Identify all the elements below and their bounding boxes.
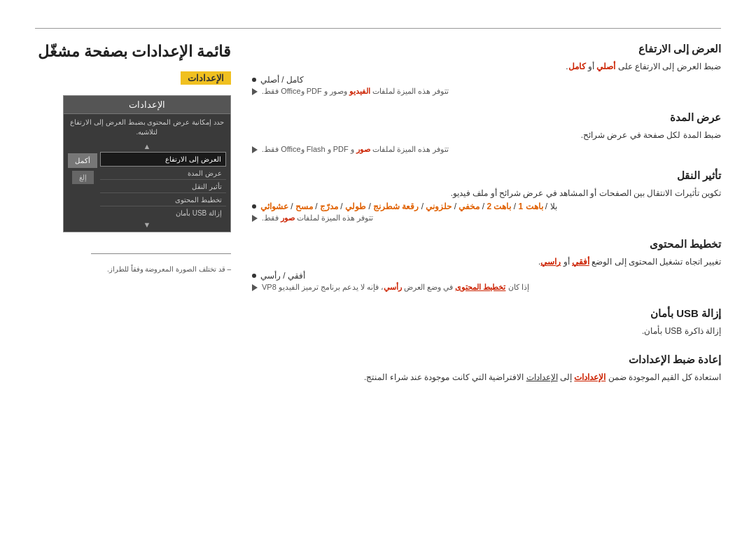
settings-item-usb[interactable]: إزالة USB بأمان (100, 207, 226, 219)
highlight-images: صور (356, 145, 370, 153)
highlight-random: عشوائي (260, 202, 288, 211)
section-usb: إزالة USB بأمان إزالة ذاكرة USB بأمان. (252, 307, 721, 338)
bullet-layout: أفقي / رأسي (252, 271, 707, 281)
bullet-transition: بلا / باهت 1 / باهت 2 / مخفي / حلزوني / … (252, 202, 707, 211)
highlight-layout-content: تخطيط المحتوى (455, 283, 505, 291)
page-title: قائمة الإعدادات بصفحة مشغّل (35, 43, 231, 61)
highlight-video: الفيديو (349, 87, 370, 95)
highlight-spiral: حلزوني (426, 202, 451, 211)
highlight-vertical-2: رأسي (384, 283, 402, 291)
note-display-ratio: تتوفر هذه الميزة لملفات الفيديو وصور و P… (252, 87, 721, 96)
highlight-grad: مدرّج (320, 202, 338, 211)
back-button[interactable]: إلغ (72, 171, 94, 184)
section-reset: إعادة ضبط الإعدادات استعادة كل القيم الم… (252, 353, 721, 384)
right-divider (91, 253, 231, 254)
main-content: العرض إلى الارتفاع ضبط العرض إلى الارتفا… (252, 43, 721, 400)
settings-item-layout[interactable]: تخطيط المحتوى (100, 194, 226, 206)
highlight-wipe: مسح (295, 202, 313, 211)
section-layout: تخطيط المحتوى تغيير اتجاه تشغيل المحتوى … (252, 238, 721, 291)
note-text-layout: إذا كان تخطيط المحتوى في وضع العرض رأسي،… (262, 283, 529, 292)
bullet-display-ratio: كامل / أصلي (252, 75, 707, 85)
note-text-duration: تتوفر هذه الميزة لملفات صور و PDF و Flas… (262, 145, 449, 154)
highlight-settings: الإعدادات (574, 372, 606, 382)
office-text-2: Office (281, 145, 301, 153)
settings-item-transition[interactable]: تأثير النقل (100, 181, 226, 193)
highlight-horizontal: أفقي (572, 257, 589, 267)
section-display-ratio: العرض إلى الارتفاع ضبط العرض إلى الارتفا… (252, 43, 721, 96)
note-arrow-icon-3 (252, 215, 258, 222)
section-title-transition: تأثير النقل (252, 169, 721, 182)
settings-ui-box[interactable]: الإعدادات حدد إمكانية عرض المحتوى بضبط ا… (63, 95, 231, 232)
highlight-settings-default: الإعدادات (526, 372, 558, 382)
highlight-fade1: باهت 1 (519, 202, 543, 211)
bullet-dot (252, 78, 256, 82)
note-transition: تتوفر هذه الميزة لملفات صور فقط. (252, 213, 721, 223)
note-arrow-icon-2 (252, 146, 258, 153)
note-arrow-icon-4 (252, 284, 258, 291)
highlight-original: أصلي (596, 62, 615, 71)
settings-box-desc: حدد إمكانية عرض المحتوى بضبط العرض إلى ا… (64, 114, 230, 139)
bullet-text-transition: بلا / باهت 1 / باهت 2 / مخفي / حلزوني / … (260, 202, 557, 211)
highlight-vertical: راسي (540, 257, 561, 267)
section-desc-duration: ضبط المدة لكل صفحة في عرض شرائح. (252, 128, 721, 142)
highlight-images-2: صور (281, 213, 295, 222)
note-arrow-icon (252, 88, 258, 95)
bullet-dot-2 (252, 204, 256, 209)
section-desc-layout: تغيير اتجاه تشغيل المحتوى إلى الوضع أفقي… (252, 255, 721, 269)
section-transition: تأثير النقل تكوين تأثيرات الانتقال بين ا… (252, 169, 721, 223)
bottom-note: – قد تختلف الصورة المعروضة وفقاً للطراز. (77, 262, 231, 273)
highlight-hidden: مخفي (458, 202, 479, 211)
note-text-transition: تتوفر هذه الميزة لملفات صور فقط. (262, 213, 373, 223)
highlight-fade2: باهت 2 (486, 202, 511, 211)
nav-up-arrow[interactable]: ▲ (68, 142, 226, 150)
section-title-duration: عرض المدة (252, 111, 721, 124)
note-layout: إذا كان تخطيط المحتوى في وضع العرض رأسي،… (252, 283, 721, 292)
settings-badge: الإعدادات (35, 71, 231, 85)
section-title-layout: تخطيط المحتوى (252, 238, 721, 251)
highlight-full: كامل (568, 62, 586, 71)
settings-items-list: العرض إلى الارتفاع عرض المدة تأثير النقل… (100, 152, 226, 219)
section-title-usb: إزالة USB بأمان (252, 307, 721, 320)
highlight-vert: طولي (345, 202, 366, 211)
settings-box-title: الإعدادات (64, 96, 230, 114)
section-duration: عرض المدة ضبط المدة لكل صفحة في عرض شرائ… (252, 111, 721, 153)
highlight-checker: رقعة شطرنج (373, 202, 419, 211)
office-text: Office (281, 87, 301, 95)
bullet-text: كامل / أصلي (260, 75, 304, 85)
bullet-text-layout: أفقي / رأسي (260, 271, 305, 281)
section-desc-transition: تكوين تأثيرات الانتقال بين الصفحات أو ال… (252, 186, 721, 200)
top-divider (35, 28, 721, 29)
confirm-button[interactable]: أكمل (68, 153, 97, 168)
right-panel: قائمة الإعدادات بصفحة مشغّل الإعدادات ال… (35, 43, 231, 273)
note-text: تتوفر هذه الميزة لملفات الفيديو وصور و P… (262, 87, 449, 96)
section-title-reset: إعادة ضبط الإعدادات (252, 353, 721, 366)
section-title-display-ratio: العرض إلى الارتفاع (252, 43, 721, 55)
section-desc-reset: استعادة كل القيم الموجودة ضمن الإعدادات … (252, 370, 721, 384)
settings-item-duration[interactable]: عرض المدة (100, 167, 226, 180)
section-desc-usb: إزالة ذاكرة USB بأمان. (252, 324, 721, 338)
settings-item-display-ratio[interactable]: العرض إلى الارتفاع (100, 152, 226, 167)
section-desc-display-ratio: ضبط العرض إلى الارتفاع على أصلي أو كامل. (252, 59, 721, 73)
nav-down-arrow[interactable]: ▼ (68, 220, 226, 229)
note-duration: تتوفر هذه الميزة لملفات صور و PDF و Flas… (252, 145, 721, 154)
bullet-dot-3 (252, 274, 256, 278)
